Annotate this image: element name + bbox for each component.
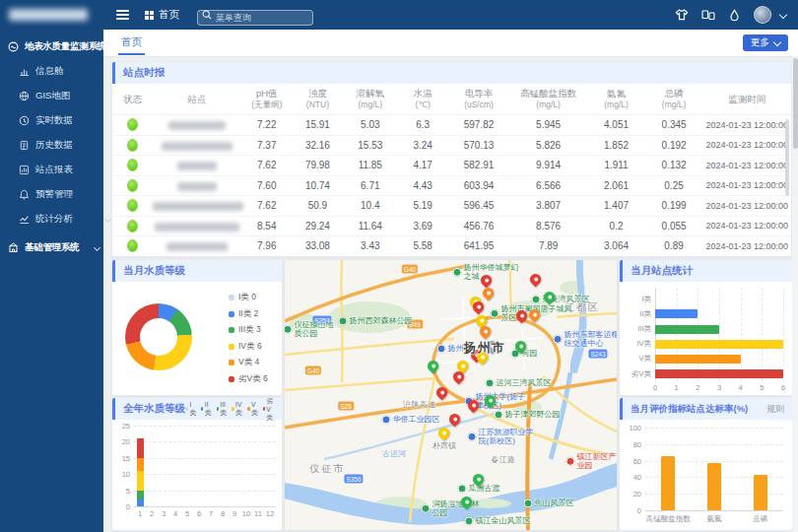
map-label: 镇江金山风景区 bbox=[465, 516, 531, 525]
value-cell: 6.3 bbox=[397, 115, 448, 136]
multi-screen-icon[interactable] bbox=[701, 9, 715, 22]
more-button[interactable]: 更多 bbox=[743, 34, 788, 51]
map-pin[interactable] bbox=[433, 385, 449, 401]
page-scrollbar-thumb[interactable] bbox=[793, 58, 798, 149]
sidebar-item-gis-map[interactable]: GIS地图 bbox=[0, 85, 122, 106]
table-row[interactable]: 8.5429.2411.643.69456.768.5760.20.055202… bbox=[112, 216, 791, 236]
sidebar-item-realtime-data[interactable]: 实时数据 bbox=[0, 109, 122, 131]
time-cell: 2024-01-23 12:00:00 bbox=[702, 135, 791, 156]
road-shield: G40 bbox=[305, 366, 321, 375]
value-cell: 5.19 bbox=[397, 196, 448, 217]
tab-home[interactable]: 首页 bbox=[118, 30, 145, 55]
table-row[interactable]: 7.6250.910.45.19596.453.8071.4070.199202… bbox=[112, 196, 791, 217]
poi-icon bbox=[495, 411, 503, 420]
legend-item[interactable]: III类 bbox=[217, 401, 229, 418]
legend-item[interactable]: IV类 6 bbox=[229, 341, 262, 353]
x-axis-tick-label: 0 bbox=[650, 383, 660, 392]
table-row[interactable]: 7.9633.083.435.58641.957.893.0640.892024… bbox=[112, 236, 791, 257]
map-label: 华侨工业园区 bbox=[382, 415, 440, 424]
value-cell: 4.17 bbox=[397, 156, 448, 176]
x-axis-tick-label: 4 bbox=[736, 383, 746, 392]
time-cell: 2024-01-23 12:00:00 bbox=[702, 156, 791, 176]
map[interactable]: G40S49S353G40S243S28S356扬州市江都区仪征市朴席镇扬州西郊… bbox=[285, 260, 617, 530]
theme-skin-icon[interactable] bbox=[675, 9, 689, 22]
panel-header: 全年水质等级 I类II类III类IV类V类劣V类 bbox=[112, 398, 282, 420]
gridline bbox=[645, 428, 783, 429]
x-axis-tick-label: 5 bbox=[757, 383, 766, 392]
poi-icon bbox=[284, 325, 293, 334]
table-row[interactable]: 7.3732.1615.533.24570.135.8261.8520.1922… bbox=[112, 135, 791, 156]
station-cell bbox=[153, 216, 241, 236]
poi-icon bbox=[453, 268, 462, 277]
sidebar-item-alert-management[interactable]: 预警管理 bbox=[0, 183, 122, 205]
poi-icon bbox=[524, 499, 533, 508]
legend-item[interactable]: 劣V类 6 bbox=[229, 373, 268, 385]
gridline bbox=[783, 288, 784, 381]
map-pin[interactable] bbox=[425, 359, 440, 374]
table-row[interactable]: 7.2215.915.036.3597.825.9454.0510.345202… bbox=[112, 115, 791, 136]
trend-chart-icon bbox=[19, 214, 30, 225]
sidebar-item-history-data[interactable]: 历史数据 bbox=[0, 134, 122, 156]
legend-item[interactable]: III类 3 bbox=[229, 324, 261, 336]
legend-swatch bbox=[229, 327, 234, 333]
table-scrollbar[interactable] bbox=[785, 119, 789, 196]
bar bbox=[655, 369, 783, 378]
sidebar-item-statistics[interactable]: 统计分析 bbox=[0, 208, 122, 230]
legend-item[interactable]: II类 2 bbox=[229, 308, 258, 320]
table-row[interactable]: 7.6010.746.714.43603.946.5662.0610.25202… bbox=[112, 175, 791, 196]
legend-item[interactable]: V类 bbox=[247, 401, 259, 418]
gridline bbox=[719, 288, 720, 381]
value-cell: 596.45 bbox=[448, 196, 509, 217]
map-city-label: 扬州市 bbox=[463, 341, 506, 355]
rules-link[interactable]: 规则 bbox=[766, 403, 784, 416]
value-cell: 0.055 bbox=[645, 216, 703, 236]
y-axis-tick-label: 60 bbox=[620, 457, 641, 466]
map-pin[interactable] bbox=[527, 272, 543, 288]
legend-item[interactable]: II类 bbox=[201, 401, 213, 418]
poi-icon bbox=[465, 517, 474, 526]
clock-icon bbox=[19, 115, 30, 126]
time-cell: 2024-01-23 12:00:00 bbox=[702, 175, 791, 196]
breadcrumb-home[interactable]: 首页 bbox=[145, 8, 179, 22]
main-content: 站点时报 状态 站点 pH值(无量纲) 浊度(NTU) 溶解氧(mg/L) 水温… bbox=[103, 56, 798, 532]
hamburger-menu-icon[interactable] bbox=[116, 10, 129, 20]
user-menu-chevron-icon[interactable] bbox=[779, 11, 787, 19]
sidebar-section-base-management[interactable]: 基础管理系统 bbox=[0, 236, 111, 258]
legend-swatch bbox=[229, 295, 234, 300]
bar bbox=[655, 340, 783, 349]
water-drop-icon[interactable] bbox=[728, 9, 741, 22]
station-name-redacted bbox=[155, 223, 239, 232]
monthly-water-level-chart: I类 0II类 2III类 3IV类 6V类 4劣V类 6 bbox=[112, 282, 282, 392]
value-cell: 0.89 bbox=[645, 236, 703, 257]
value-cell: 32.16 bbox=[293, 135, 344, 156]
column-header: 电导率(uS/cm) bbox=[448, 84, 509, 115]
legend-item[interactable]: I类 0 bbox=[229, 292, 256, 303]
map-pin[interactable] bbox=[435, 426, 451, 441]
sidebar-item-label: 统计分析 bbox=[35, 213, 73, 226]
more-button-label: 更多 bbox=[751, 36, 769, 49]
legend-item[interactable]: I类 bbox=[185, 401, 197, 418]
globe-icon bbox=[19, 91, 30, 101]
station-cell bbox=[153, 156, 241, 176]
user-avatar[interactable] bbox=[754, 6, 771, 24]
bell-icon bbox=[19, 189, 30, 200]
sidebar-section-surface-water-system[interactable]: 地表水质量监测系统 bbox=[0, 35, 111, 57]
table-row[interactable]: 7.6279.9811.854.17582.919.9141.9110.1322… bbox=[112, 156, 791, 176]
panel-title: 站点时报 bbox=[123, 66, 165, 80]
sidebar-item-label: 站点报表 bbox=[35, 164, 73, 176]
sidebar-item-info-hub[interactable]: 信息舱 bbox=[0, 60, 122, 82]
panel-header: 站点时报 bbox=[112, 62, 791, 84]
legend-item[interactable]: IV类 bbox=[232, 401, 243, 418]
legend-label: IV类 6 bbox=[238, 341, 262, 353]
sidebar-item-station-report[interactable]: 站点报表 bbox=[0, 159, 122, 180]
map-pin[interactable] bbox=[446, 412, 462, 428]
gridline bbox=[677, 288, 678, 381]
legend-item[interactable]: 劣V类 bbox=[263, 397, 275, 423]
map-label: 焦山风景区 bbox=[524, 499, 574, 507]
status-ok-dot bbox=[127, 118, 138, 131]
map-pin[interactable] bbox=[480, 286, 496, 301]
legend-item[interactable]: V类 4 bbox=[229, 357, 259, 368]
page-scrollbar[interactable] bbox=[792, 56, 798, 532]
station-cell bbox=[153, 115, 241, 136]
menu-search-input[interactable] bbox=[197, 10, 313, 26]
